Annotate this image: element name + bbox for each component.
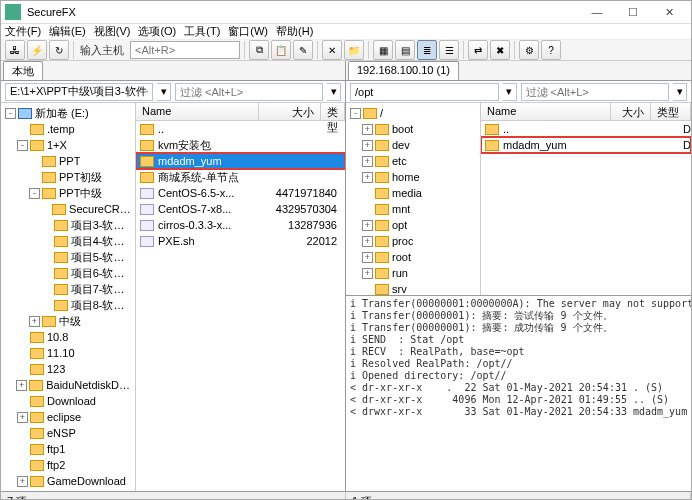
expand-icon[interactable]: + [362, 172, 373, 183]
remote-filter-dropdown[interactable]: ▾ [673, 83, 687, 101]
tree-item[interactable]: ftp1 [1, 441, 135, 457]
menu-view[interactable]: 视图(V) [94, 24, 131, 39]
col-size[interactable]: 大小 [259, 103, 321, 120]
tree-item[interactable]: Download [1, 393, 135, 409]
tree-item[interactable]: 项目8-软件包 [1, 297, 135, 313]
col-size[interactable]: 大小 [611, 103, 651, 120]
tree-item[interactable]: eNSP [1, 425, 135, 441]
col-name[interactable]: Name [136, 103, 259, 120]
col-type[interactable]: 类型 [651, 103, 691, 120]
tree-item[interactable]: 项目6-软件包 [1, 265, 135, 281]
tab-remote[interactable]: 192.168.100.10 (1) [348, 61, 459, 80]
tree-item[interactable]: .temp [1, 121, 135, 137]
tree-item[interactable]: PPT初级 [1, 169, 135, 185]
tb-sync-icon[interactable]: ⇄ [468, 40, 488, 60]
collapse-icon[interactable]: - [5, 108, 16, 119]
remote-path-input[interactable] [350, 83, 499, 101]
tb-view-list-icon[interactable]: ≣ [417, 40, 437, 60]
expand-icon[interactable]: + [362, 124, 373, 135]
list-item[interactable]: ..Dire [481, 121, 691, 137]
list-item[interactable]: CentOS-7-x8...4329570304光盘映像文件 [136, 201, 345, 217]
local-filter-dropdown[interactable]: ▾ [327, 83, 341, 101]
expand-icon[interactable]: + [29, 316, 40, 327]
expand-icon[interactable]: + [362, 252, 373, 263]
menu-help[interactable]: 帮助(H) [276, 24, 313, 39]
tree-item[interactable]: media [346, 185, 480, 201]
local-tree[interactable]: -新加卷 (E:).temp-1+XPPTPPT初级-PPT中级SecureCR… [1, 103, 136, 491]
tree-item[interactable]: -/ [346, 105, 480, 121]
collapse-icon[interactable]: - [17, 140, 28, 151]
local-file-list[interactable]: ..kvm安装包文件夹mdadm_yum文件夹商城系统-单节点文件夹CentOS… [136, 121, 345, 249]
tb-view-small-icon[interactable]: ▤ [395, 40, 415, 60]
local-path-dropdown[interactable]: ▾ [157, 83, 171, 101]
tree-item[interactable]: -1+X [1, 137, 135, 153]
tree-item[interactable]: +opt [346, 217, 480, 233]
menu-options[interactable]: 选项(O) [138, 24, 176, 39]
tb-props-icon[interactable]: ✎ [293, 40, 313, 60]
tree-item[interactable]: 项目3-软件包 [1, 217, 135, 233]
remote-filter-input[interactable] [521, 83, 670, 101]
tree-item[interactable]: +boot [346, 121, 480, 137]
list-item[interactable]: mdadm_yum文件夹 [136, 153, 345, 169]
tree-item[interactable]: +dev [346, 137, 480, 153]
expand-icon[interactable]: + [16, 380, 27, 391]
tb-help-icon[interactable]: ? [541, 40, 561, 60]
menu-window[interactable]: 窗口(W) [228, 24, 268, 39]
tree-item[interactable]: +proc [346, 233, 480, 249]
tb-copy-icon[interactable]: ⧉ [249, 40, 269, 60]
tb-delete-icon[interactable]: ✕ [322, 40, 342, 60]
tb-view-large-icon[interactable]: ▦ [373, 40, 393, 60]
tb-stop-icon[interactable]: ✖ [490, 40, 510, 60]
tree-item[interactable]: +home [346, 169, 480, 185]
tb-quickconnect-icon[interactable]: ⚡ [27, 40, 47, 60]
expand-icon[interactable]: + [362, 156, 373, 167]
col-type[interactable]: 类型 [321, 103, 345, 120]
tree-item[interactable]: 123 [1, 361, 135, 377]
tab-local[interactable]: 本地 [3, 61, 43, 80]
menu-file[interactable]: 文件(F) [5, 24, 41, 39]
remote-file-list[interactable]: ..Diremdadm_yumDire [481, 121, 691, 153]
list-item[interactable]: mdadm_yumDire [481, 137, 691, 153]
expand-icon[interactable]: + [17, 412, 28, 423]
remote-tree[interactable]: -/+boot+dev+etc+homemediamnt+opt+proc+ro… [346, 103, 481, 295]
tb-paste-icon[interactable]: 📋 [271, 40, 291, 60]
tree-item[interactable]: 项目4-软件包 [1, 233, 135, 249]
collapse-icon[interactable]: - [29, 188, 40, 199]
list-item[interactable]: cirros-0.3.3-x...13287936光盘映像文件 [136, 217, 345, 233]
tree-item[interactable]: ftp2 [1, 457, 135, 473]
tb-reconnect-icon[interactable]: ↻ [49, 40, 69, 60]
maximize-button[interactable]: ☐ [615, 1, 651, 23]
tree-item[interactable]: srv [346, 281, 480, 295]
tb-options-icon[interactable]: ⚙ [519, 40, 539, 60]
tree-item[interactable]: 10.8 [1, 329, 135, 345]
tree-item[interactable]: +etc [346, 153, 480, 169]
expand-icon[interactable]: + [362, 220, 373, 231]
tree-item[interactable]: -PPT中级 [1, 185, 135, 201]
tree-item[interactable]: +eclipse [1, 409, 135, 425]
transfer-log[interactable]: i Transfer(00000001:0000000A): The serve… [346, 295, 691, 492]
remote-path-dropdown[interactable]: ▾ [503, 83, 517, 101]
list-item[interactable]: .. [136, 121, 345, 137]
local-path-input[interactable] [5, 83, 153, 101]
expand-icon[interactable]: + [17, 476, 28, 487]
expand-icon[interactable]: + [362, 236, 373, 247]
menu-tools[interactable]: 工具(T) [184, 24, 220, 39]
tree-item[interactable]: SecureCRSec [1, 201, 135, 217]
tree-item[interactable]: +root [346, 249, 480, 265]
tree-item[interactable]: +中级 [1, 313, 135, 329]
tree-item[interactable]: +GameDownload [1, 473, 135, 489]
collapse-icon[interactable]: - [350, 108, 361, 119]
list-item[interactable]: CentOS-6.5-x...4471971840光盘映像文件 [136, 185, 345, 201]
menu-edit[interactable]: 编辑(E) [49, 24, 86, 39]
host-input[interactable] [130, 41, 240, 59]
tb-connect-icon[interactable]: 🖧 [5, 40, 25, 60]
tb-view-details-icon[interactable]: ☰ [439, 40, 459, 60]
tree-item[interactable]: +BaiduNetdiskDownl [1, 377, 135, 393]
tree-item[interactable]: 项目5-软件包 [1, 249, 135, 265]
tree-item[interactable]: mnt [346, 201, 480, 217]
tree-item[interactable]: +run [346, 265, 480, 281]
list-item[interactable]: PXE.sh22012SH 文件 [136, 233, 345, 249]
minimize-button[interactable]: — [579, 1, 615, 23]
expand-icon[interactable]: + [362, 268, 373, 279]
tree-item[interactable]: 项目7-软件包 [1, 281, 135, 297]
